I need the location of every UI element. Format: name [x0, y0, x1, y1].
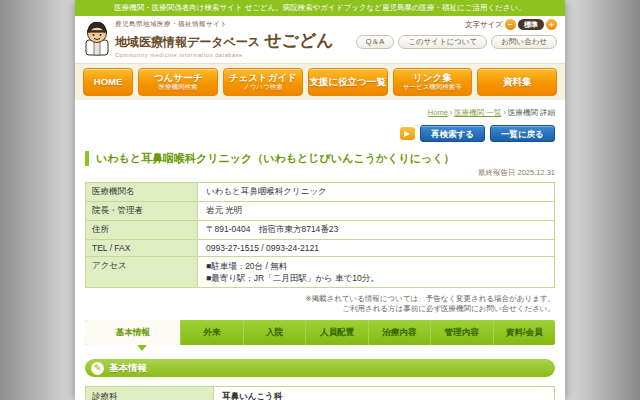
- nav-support-label: 支援に役立つ一覧: [309, 77, 385, 87]
- breadcrumb-list-link[interactable]: 医療機関 一覧: [454, 108, 501, 117]
- mascot-doctor-icon: [83, 22, 111, 56]
- site-tagline: 鹿児島県地域医療・福祉情報サイト: [115, 20, 334, 29]
- breadcrumb-home-link[interactable]: Home: [428, 108, 448, 117]
- breadcrumb-separator: ›: [503, 108, 506, 117]
- contact-link[interactable]: お問い合わせ: [491, 35, 557, 49]
- page-title: いわもと耳鼻咽喉科クリニック（いわもとじびいんこうかくりにっく）: [85, 151, 555, 166]
- pointer-icon: [400, 127, 415, 140]
- main-nav: HOME つんサーチ 医療機関検索 チェストガイド ノウハウ検索 支援に役立つ一…: [75, 63, 565, 100]
- nav-links-button[interactable]: リンク集 サービス機関検索等: [393, 68, 473, 96]
- access-parking: ■駐車場：20台 / 無料: [206, 260, 546, 272]
- back-to-list-button[interactable]: 一覧に戻る: [490, 125, 555, 142]
- tab-bar: 基本情報 外来 入院 人員配置 治療内容 管理内容 資料/会員: [85, 320, 555, 345]
- main-content: Home›医療機関 一覧›医療機関 詳細 再検索する 一覧に戻る いわもと耳鼻咽…: [75, 100, 565, 400]
- nav-links-label: リンク集: [413, 73, 452, 83]
- disclaimer-notes: ※掲載されている情報については、予告なく変更される場合があります。 ご利用される…: [85, 294, 555, 314]
- site-name: せごどん: [264, 29, 334, 52]
- tab-basic-info[interactable]: 基本情報: [85, 320, 181, 345]
- qa-link[interactable]: Q＆A: [356, 35, 394, 49]
- basic-info-table: 診療科 耳鼻いんこう科 診療曜日および時間 ■受付 月曜日～金曜日（水曜日以外）…: [85, 386, 555, 400]
- tab-materials[interactable]: 資料/会員: [494, 320, 555, 345]
- info-label: TEL / FAX: [86, 240, 198, 257]
- nav-support-button[interactable]: 支援に役立つ一覧: [308, 68, 388, 96]
- nav-home-label: HOME: [94, 77, 123, 87]
- top-notice-text: 医療機関・医療関係者向け検索サイト せごどん。病院検索やガイドブックなど鹿児島県…: [114, 3, 525, 12]
- table-row: TEL / FAX 0993-27-1515 / 0993-24-2121: [86, 240, 555, 257]
- info-value: 岩元 光明: [198, 202, 555, 221]
- site-container: 医療機関・医療関係者向け検索サイト せごどん。病院検索やガイドブックなど鹿児島県…: [75, 0, 565, 400]
- site-title: 地域医療情報データベース: [115, 34, 260, 51]
- pencil-icon: ✎: [91, 362, 104, 375]
- clinic-title-block: いわもと耳鼻咽喉科クリニック（いわもとじびいんこうかくりにっく） 最終報告日 2…: [85, 151, 555, 178]
- header-links: Q＆A このサイトについて お問い合わせ: [356, 35, 557, 49]
- breadcrumb-separator: ›: [450, 108, 453, 117]
- logo-text-block: 鹿児島県地域医療・福祉情報サイト 地域医療情報データベース せごどん Commu…: [115, 20, 334, 58]
- nav-links-sublabel: サービス機関検索等: [403, 83, 462, 91]
- department-value: 耳鼻いんこう科: [214, 387, 555, 400]
- fontsize-control: 文字サイズ − 標準 ＋: [356, 19, 557, 30]
- tab-management[interactable]: 管理内容: [431, 320, 493, 345]
- fontsize-standard-button[interactable]: 標準: [518, 19, 544, 30]
- fontsize-label: 文字サイズ: [465, 20, 503, 30]
- tab-staffing[interactable]: 人員配置: [306, 320, 368, 345]
- breadcrumb-current: 医療機関 詳細: [508, 108, 555, 117]
- table-row: アクセス ■駐車場：20台 / 無料 ■最寄り駅：JR「二月田駅」から 車で10…: [86, 257, 555, 288]
- nav-materials-button[interactable]: 資料集: [477, 68, 557, 96]
- table-row: 医療機関名 いわもと耳鼻咽喉科クリニック: [86, 183, 555, 202]
- table-row: 診療科 耳鼻いんこう科: [86, 387, 555, 400]
- info-value: 〒891-0404 指宿市東方8714番23: [198, 221, 555, 240]
- tab-outpatient[interactable]: 外来: [181, 320, 243, 345]
- tab-inpatient[interactable]: 入院: [244, 320, 306, 345]
- nav-chestguide-button[interactable]: チェストガイド ノウハウ検索: [223, 68, 303, 96]
- info-label: 住所: [86, 221, 198, 240]
- nav-chestguide-sublabel: ノウハウ検索: [243, 83, 283, 91]
- info-label: 院長・管理者: [86, 202, 198, 221]
- tab-treatment[interactable]: 治療内容: [369, 320, 431, 345]
- nav-search-button[interactable]: つんサーチ 医療機関検索: [138, 68, 218, 96]
- info-value: いわもと耳鼻咽喉科クリニック: [198, 183, 555, 202]
- disclaimer-line: ※掲載されている情報については、予告なく変更される場合があります。: [85, 294, 555, 304]
- nav-search-label: つんサーチ: [154, 73, 202, 83]
- info-value: 0993-27-1515 / 0993-24-2121: [198, 240, 555, 257]
- clinic-info-table: 医療機関名 いわもと耳鼻咽喉科クリニック 院長・管理者 岩元 光明 住所 〒89…: [85, 182, 555, 288]
- report-date: 最終報告日 2025.12.31: [85, 168, 555, 178]
- nav-materials-label: 資料集: [503, 77, 532, 87]
- disclaimer-line: ご利用される方は事前に必ず医療機関にお問い合せください。: [85, 304, 555, 314]
- site-header: 鹿児島県地域医療・福祉情報サイト 地域医療情報データベース せごどん Commu…: [75, 16, 565, 63]
- info-label: 医療機関名: [86, 183, 198, 202]
- access-station: ■最寄り駅：JR「二月田駅」から 車で10分。: [206, 272, 546, 284]
- info-label: アクセス: [86, 257, 198, 288]
- detail-label: 診療科: [86, 387, 214, 400]
- top-notice-bar: 医療機関・医療関係者向け検索サイト せごどん。病院検索やガイドブックなど鹿児島県…: [75, 0, 565, 16]
- fontsize-minus-button[interactable]: −: [505, 19, 516, 30]
- fontsize-plus-button[interactable]: ＋: [546, 19, 557, 30]
- action-button-row: 再検索する 一覧に戻る: [85, 125, 555, 142]
- active-tab-pointer: [137, 345, 147, 351]
- table-row: 院長・管理者 岩元 光明: [86, 202, 555, 221]
- section-title: 基本情報: [109, 362, 147, 375]
- header-controls: 文字サイズ − 標準 ＋ Q＆A このサイトについて お問い合わせ: [356, 19, 557, 49]
- research-button[interactable]: 再検索する: [420, 125, 485, 142]
- nav-chestguide-label: チェストガイド: [229, 73, 297, 83]
- table-row: 住所 〒891-0404 指宿市東方8714番23: [86, 221, 555, 240]
- section-header: ✎ 基本情報: [85, 359, 555, 377]
- nav-search-sublabel: 医療機関検索: [159, 83, 198, 91]
- nav-home-button[interactable]: HOME: [83, 68, 133, 96]
- site-subtitle-en: Community medicine information database: [115, 52, 334, 58]
- info-value: ■駐車場：20台 / 無料 ■最寄り駅：JR「二月田駅」から 車で10分。: [198, 257, 555, 288]
- breadcrumb: Home›医療機関 一覧›医療機関 詳細: [85, 108, 555, 118]
- about-site-link[interactable]: このサイトについて: [398, 35, 487, 49]
